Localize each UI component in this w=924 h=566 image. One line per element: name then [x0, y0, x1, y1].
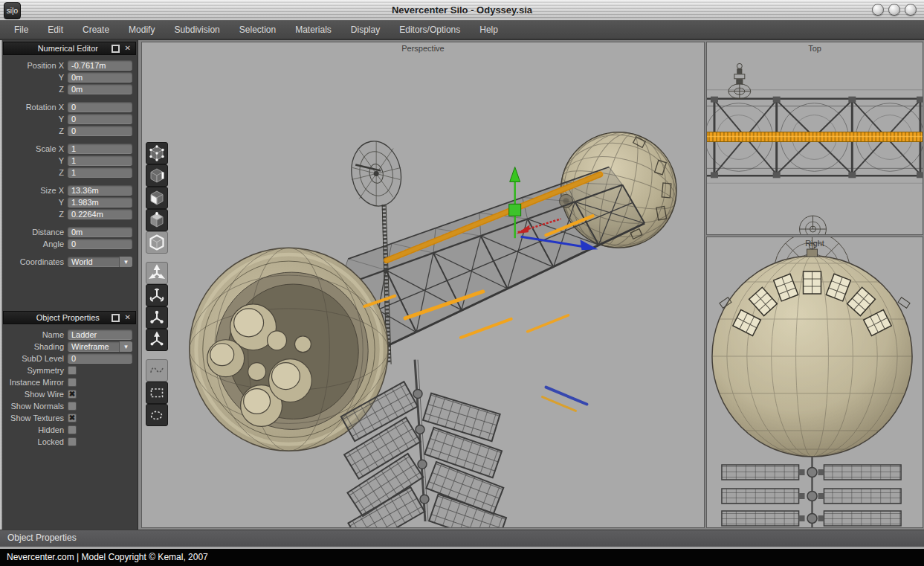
menu-item-editors-options[interactable]: Editors/Options [390, 21, 470, 39]
show-wire-row: Show Wire [4, 389, 132, 399]
menu-item-selection[interactable]: Selection [230, 21, 285, 39]
right-viewport-label: Right [707, 239, 923, 248]
menu-item-subdivision[interactable]: Subdivision [164, 21, 229, 39]
size-z-label: Z [4, 209, 68, 219]
perspective-scene-canvas[interactable] [142, 42, 704, 527]
numerical-editor-header[interactable]: Numerical Editor [3, 42, 136, 55]
lasso-icon [148, 406, 166, 424]
right-scene-canvas[interactable] [707, 237, 923, 527]
perspective-viewport[interactable]: Perspective [141, 42, 705, 528]
window-button-3[interactable] [905, 4, 917, 16]
numerical-editor-title: Numerical Editor [25, 44, 112, 53]
position-z-field[interactable]: 0m [68, 84, 132, 94]
numerical-editor-panel: Numerical Editor Position X-0.7617mY0mZ0… [3, 42, 136, 274]
top-viewport[interactable]: Top [706, 42, 923, 235]
hidden-checkbox[interactable] [68, 425, 77, 434]
numerical-editor-body: Position X-0.7617mY0mZ0mRotation X0Y0Z0S… [3, 55, 136, 274]
edge-mode-button[interactable] [146, 164, 168, 187]
vertex-mode-button[interactable] [146, 142, 168, 164]
scale-tool-button[interactable] [146, 306, 168, 329]
right-viewport[interactable]: Right [706, 237, 923, 528]
menu-item-help[interactable]: Help [470, 21, 508, 39]
position-y-field[interactable]: 0m [68, 72, 132, 83]
close-icon[interactable] [125, 314, 131, 321]
scale-y-field[interactable]: 1 [68, 155, 132, 166]
app-window: si|o Nevercenter Silo - Odyssey.sia File… [0, 0, 924, 549]
rotation-y-row: Y0 [4, 114, 132, 124]
scale-x-label: Scale X [4, 144, 68, 154]
show-normals-checkbox[interactable] [68, 402, 77, 411]
scale-y-value: 1 [71, 156, 76, 165]
title-bar[interactable]: si|o Nevercenter Silo - Odyssey.sia [0, 0, 924, 21]
window-button-2[interactable] [888, 4, 900, 16]
distance-label: Distance [4, 227, 68, 237]
rotation-x-label: Rotation X [4, 102, 68, 112]
coordinates-row: CoordinatesWorld [4, 257, 132, 267]
universal-axes-icon [148, 331, 166, 349]
menu-item-file[interactable]: File [4, 21, 38, 39]
paint-select-button[interactable] [146, 359, 168, 382]
size-z-value: 0.2264m [71, 210, 103, 219]
close-icon[interactable] [125, 45, 131, 52]
size-x-field[interactable]: 13.36m [68, 185, 132, 196]
scale-z-field[interactable]: 1 [68, 167, 132, 178]
right-view-solar-panels [722, 457, 901, 527]
rotation-x-field[interactable]: 0 [68, 102, 132, 112]
position-y-row: Y0m [4, 72, 132, 83]
object-properties-checkboxes: SymmetryInstance MirrorShow WireShow Nor… [4, 365, 132, 447]
object-mode-button[interactable] [146, 209, 168, 231]
instance-mirror-label: Instance Mirror [4, 377, 68, 387]
right-view-sphere [712, 243, 912, 457]
paint-stroke-icon [148, 361, 166, 379]
size-z-row: Z0.2264m [4, 209, 132, 219]
show-normals-label: Show Normals [4, 401, 68, 411]
menu-item-create[interactable]: Create [73, 21, 119, 39]
face-mode-button[interactable] [146, 187, 168, 209]
rotation-y-value: 0 [71, 115, 76, 123]
instance-mirror-checkbox[interactable] [68, 378, 77, 387]
locked-checkbox[interactable] [68, 437, 77, 446]
menu-bar: FileEditCreateModifySubdivisionSelection… [0, 21, 924, 40]
angle-field[interactable]: 0 [68, 239, 132, 249]
size-x-row: Size X13.36m [4, 185, 132, 196]
rotation-y-field[interactable]: 0 [68, 114, 132, 124]
size-y-value: 1.983m [71, 198, 99, 207]
face-cube-icon [148, 189, 166, 207]
move-tool-button[interactable] [146, 262, 168, 284]
menu-item-modify[interactable]: Modify [119, 21, 164, 39]
scale-x-field[interactable]: 1 [68, 144, 132, 154]
rotation-z-field[interactable]: 0 [68, 126, 132, 136]
position-x-field[interactable]: -0.7617m [68, 60, 132, 71]
rect-select-button[interactable] [146, 382, 168, 404]
object-properties-title: Object Properties [25, 313, 112, 322]
show-wire-checkbox[interactable] [68, 390, 77, 399]
edge-cube-icon [148, 167, 166, 184]
symmetry-checkbox[interactable] [68, 366, 77, 375]
maximize-icon[interactable] [112, 45, 120, 53]
size-y-field[interactable]: 1.983m [68, 197, 132, 208]
object-name-field[interactable]: Ladder [68, 329, 132, 340]
subd-level-field[interactable]: 0 [68, 353, 132, 364]
lasso-select-button[interactable] [146, 404, 168, 426]
menu-item-edit[interactable]: Edit [38, 21, 73, 39]
subd-level-value: 0 [71, 354, 76, 363]
selection-style-group [146, 359, 168, 426]
multi-mode-button[interactable] [146, 231, 168, 254]
window-title: Nevercenter Silo - Odyssey.sia [0, 0, 924, 21]
universal-tool-button[interactable] [146, 329, 168, 351]
maximize-icon[interactable] [112, 314, 120, 322]
angle-value: 0 [71, 239, 76, 248]
coordinates-dropdown[interactable]: World [68, 257, 132, 267]
top-scene-canvas[interactable] [707, 42, 923, 234]
window-button-1[interactable] [872, 4, 884, 16]
object-properties-header[interactable]: Object Properties [3, 311, 136, 324]
size-z-field[interactable]: 0.2264m [68, 209, 132, 219]
symmetry-row: Symmetry [4, 365, 132, 376]
rotation-z-value: 0 [71, 126, 76, 135]
menu-item-materials[interactable]: Materials [285, 21, 341, 39]
shading-dropdown[interactable]: Wireframe [68, 341, 132, 352]
menu-item-display[interactable]: Display [341, 21, 390, 39]
rotate-tool-button[interactable] [146, 284, 168, 306]
distance-field[interactable]: 0m [68, 227, 132, 237]
show-textures-checkbox[interactable] [68, 414, 77, 422]
